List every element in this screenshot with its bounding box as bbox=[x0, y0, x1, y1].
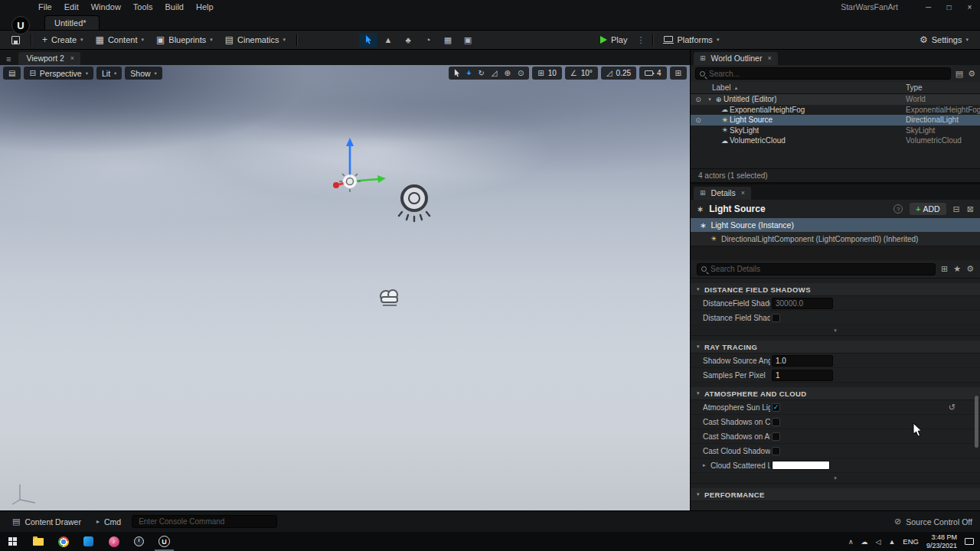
display-filter-icon[interactable]: ⊞ bbox=[941, 264, 948, 274]
close-icon[interactable]: × bbox=[70, 54, 74, 62]
outliner-row-volumetric-cloud[interactable]: ☁ VolumetricCloud VolumetricCloud bbox=[691, 135, 980, 146]
cast-shadows-on-cloud-checkbox[interactable] bbox=[772, 418, 780, 426]
play-options-kebab-icon[interactable]: ⋮ bbox=[634, 35, 647, 45]
platforms-button[interactable]: Platforms ▾ bbox=[658, 33, 724, 47]
viewport-options-button[interactable]: ▤ bbox=[3, 67, 21, 80]
menu-help[interactable]: Help bbox=[190, 1, 220, 13]
unreal-logo-icon[interactable]: U bbox=[11, 16, 30, 34]
volume-icon[interactable]: ◁ bbox=[876, 538, 881, 546]
close-button[interactable]: × bbox=[959, 0, 980, 14]
section-ray-tracing[interactable]: ▾ RAY TRACING bbox=[691, 341, 980, 354]
outliner-column-header[interactable]: Label ▲ Type bbox=[691, 82, 980, 94]
create-button[interactable]: + Create ▾ bbox=[37, 33, 89, 47]
onedrive-icon[interactable]: ☁ bbox=[861, 538, 868, 546]
add-component-button[interactable]: + ADD bbox=[910, 203, 946, 215]
cast-cloud-shadows-checkbox[interactable] bbox=[772, 447, 780, 455]
move-tool-icon[interactable]: + bbox=[467, 69, 472, 77]
level-tab[interactable]: Untitled* bbox=[44, 15, 100, 30]
help-icon[interactable]: ? bbox=[893, 204, 903, 214]
menu-window[interactable]: Window bbox=[85, 1, 127, 13]
outliner-row-skylight[interactable]: ☀ SkyLight SkyLight bbox=[691, 126, 980, 136]
component-row[interactable]: ☀ DirectionalLightComponent (LightCompon… bbox=[691, 232, 980, 246]
column-label[interactable]: Label bbox=[712, 83, 730, 92]
grid-snap-control[interactable]: ⊞ 10 bbox=[532, 67, 562, 80]
outliner-settings-icon[interactable]: ⚙ bbox=[968, 69, 975, 79]
language-indicator[interactable]: ENG bbox=[903, 537, 919, 546]
perspective-dropdown[interactable]: ⊟ Perspective ▾ bbox=[24, 67, 93, 80]
browse-icon[interactable]: ⊟ bbox=[953, 204, 960, 214]
blue-app-button[interactable] bbox=[76, 532, 101, 551]
surface-snapping-icon[interactable]: ⊙ bbox=[518, 69, 524, 77]
world-outliner-tab[interactable]: ⊞ World Outliner × bbox=[694, 52, 778, 65]
menu-edit[interactable]: Edit bbox=[58, 1, 85, 13]
shadow-source-angle-input[interactable] bbox=[772, 355, 833, 367]
select-mode-button[interactable] bbox=[359, 33, 377, 47]
menu-tools[interactable]: Tools bbox=[127, 1, 159, 13]
outliner-view-options-icon[interactable]: ▤ bbox=[956, 69, 963, 79]
rotation-snap-control[interactable]: ∠ 10° bbox=[565, 67, 598, 80]
file-explorer-button[interactable] bbox=[25, 532, 51, 551]
outliner-search-input[interactable] bbox=[709, 70, 946, 78]
distancefield-shadow-distance-input[interactable] bbox=[772, 298, 833, 309]
viewport-maximize-button[interactable]: ⊞ bbox=[670, 67, 687, 80]
select-tool-icon[interactable] bbox=[454, 69, 460, 77]
details-scrollbar[interactable] bbox=[975, 396, 978, 448]
cmd-dropdown[interactable]: ▸ Cmd bbox=[92, 515, 126, 529]
foliage-mode-button[interactable]: ♣ bbox=[399, 33, 417, 47]
network-icon[interactable]: ▲ bbox=[888, 538, 895, 546]
cinematics-button[interactable]: ▤ Cinematics ▾ bbox=[220, 33, 291, 47]
unreal-engine-taskbar-button[interactable]: U bbox=[152, 532, 177, 551]
play-button[interactable]: Play bbox=[595, 33, 632, 47]
tray-expand-icon[interactable]: ∧ bbox=[848, 538, 854, 546]
advanced-expander[interactable]: ▾ bbox=[691, 473, 980, 484]
content-button[interactable]: ▦ Content ▾ bbox=[90, 33, 149, 47]
details-tab[interactable]: ⊞ Details × bbox=[694, 187, 751, 200]
distance-field-shadows-checkbox[interactable] bbox=[772, 314, 780, 322]
expander-icon[interactable]: ▾ bbox=[706, 96, 714, 103]
cast-shadows-on-atmosphere-checkbox[interactable] bbox=[772, 432, 780, 441]
action-center-icon[interactable] bbox=[965, 538, 974, 545]
eye-icon[interactable]: ⊙ bbox=[691, 116, 706, 124]
eye-icon[interactable]: ⊙ bbox=[691, 96, 706, 103]
scale-snap-control[interactable]: ◿ 0.25 bbox=[601, 67, 636, 80]
music-app-button[interactable]: ♪ bbox=[101, 532, 126, 551]
landscape-mode-button[interactable]: ▲ bbox=[379, 33, 397, 47]
chevron-right-icon[interactable]: ▸ bbox=[703, 462, 710, 468]
section-performance[interactable]: ▾ PERFORMANCE bbox=[691, 488, 980, 501]
section-atmosphere-and-cloud[interactable]: ▾ ATMOSPHERE AND CLOUD bbox=[691, 387, 980, 400]
column-type[interactable]: Type bbox=[906, 83, 923, 92]
samples-per-pixel-input[interactable] bbox=[772, 370, 833, 381]
details-searchbox[interactable] bbox=[697, 263, 936, 276]
clock-app-button[interactable] bbox=[126, 532, 152, 551]
instance-row[interactable]: ∗ Light Source (Instance) bbox=[691, 218, 980, 232]
camera-speed-control[interactable]: 4 bbox=[639, 67, 667, 80]
content-drawer-button[interactable]: ▤ Content Drawer bbox=[8, 514, 86, 529]
height-fog-sprite[interactable] bbox=[377, 287, 403, 308]
outliner-row-world[interactable]: ⊙ ▾ ⊕ Untitled (Editor) World bbox=[691, 94, 980, 105]
clock[interactable]: 3:48 PM 9/23/2021 bbox=[926, 533, 957, 550]
source-control-status[interactable]: Source Control Off bbox=[906, 517, 972, 527]
cloud-scattered-luminance-color-swatch[interactable] bbox=[772, 461, 830, 470]
mesh-paint-mode-button[interactable]: ◔ bbox=[419, 33, 437, 47]
reset-to-default-icon[interactable]: ↺ bbox=[949, 403, 956, 412]
translate-gizmo[interactable] bbox=[325, 132, 396, 197]
minimize-button[interactable]: ─ bbox=[918, 0, 939, 14]
console-command-input[interactable] bbox=[132, 515, 277, 528]
chrome-button[interactable] bbox=[51, 532, 76, 551]
viewport-3d-view[interactable]: ▤ ⊟ Perspective ▾ Lit ▾ Show ▾ bbox=[0, 65, 690, 510]
scale-tool-icon[interactable]: ◿ bbox=[492, 69, 498, 77]
blueprints-button[interactable]: ▣ Blueprints ▾ bbox=[151, 33, 218, 47]
favorites-icon[interactable]: ★ bbox=[953, 264, 961, 274]
close-icon[interactable]: × bbox=[767, 54, 771, 62]
save-button[interactable] bbox=[6, 34, 25, 47]
world-space-toggle-icon[interactable]: ⊕ bbox=[504, 69, 510, 77]
maximize-button[interactable]: □ bbox=[939, 0, 959, 14]
menu-file[interactable]: File bbox=[32, 1, 58, 13]
sun-direction-widget[interactable] bbox=[390, 181, 439, 224]
lock-icon[interactable]: ⊠ bbox=[967, 204, 974, 214]
outliner-row-heightfog[interactable]: ☁ ExponentialHeightFog ExponentialHeight… bbox=[691, 105, 980, 116]
section-distance-field-shadows[interactable]: ▾ DISTANCE FIELD SHADOWS bbox=[691, 283, 980, 296]
details-search-input[interactable] bbox=[710, 265, 931, 273]
hamburger-icon[interactable]: ≡ bbox=[5, 54, 14, 65]
viewport-tab[interactable]: Viewport 2 × bbox=[18, 52, 80, 65]
